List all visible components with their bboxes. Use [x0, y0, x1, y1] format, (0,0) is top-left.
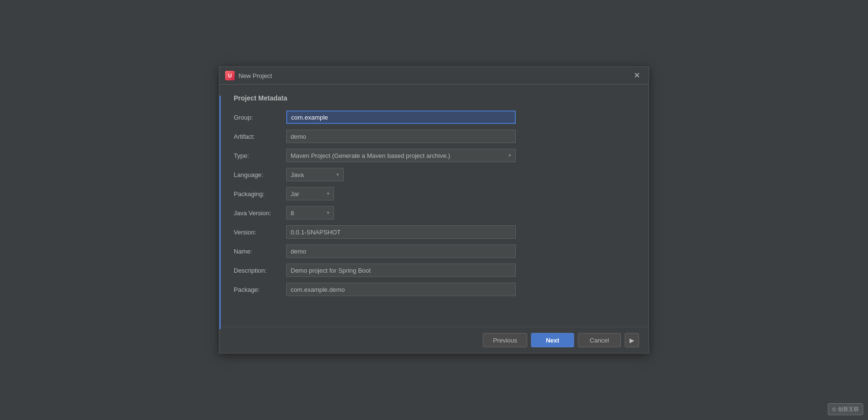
close-button[interactable]: ✕ — [631, 71, 643, 80]
type-select[interactable]: Maven Project (Generate a Maven based pr… — [286, 149, 516, 162]
new-project-dialog: U New Project ✕ Project Metadata Group: … — [219, 66, 649, 354]
package-label: Package: — [234, 286, 286, 293]
watermark-text: 创新互联 — [838, 406, 859, 413]
dialog-footer: Previous Next Cancel ▶ — [219, 327, 649, 353]
description-row: Description: — [234, 264, 634, 277]
dialog-title-left: U New Project — [225, 71, 272, 80]
description-input[interactable] — [286, 264, 516, 277]
artifact-label: Artifact: — [234, 133, 286, 140]
dialog-content: Project Metadata Group: Artifact: Type: … — [219, 85, 649, 327]
group-input[interactable] — [286, 111, 516, 124]
type-label: Type: — [234, 152, 286, 159]
description-label: Description: — [234, 267, 286, 274]
next-button[interactable]: Next — [531, 333, 574, 347]
packaging-label: Packaging: — [234, 190, 286, 198]
java-version-row: Java Version: 8 11 17 21 — [234, 206, 634, 220]
language-select-wrapper: Java Kotlin Groovy — [286, 168, 344, 181]
packaging-select-wrapper: Jar War — [286, 187, 334, 200]
name-row: Name: — [234, 244, 634, 258]
package-input[interactable] — [286, 283, 516, 296]
dialog-title: New Project — [239, 72, 272, 79]
watermark: © 创新互联 — [828, 403, 863, 415]
language-row: Language: Java Kotlin Groovy — [234, 168, 634, 181]
language-label: Language: — [234, 171, 286, 178]
intellij-icon: U — [225, 71, 235, 80]
java-version-select[interactable]: 8 11 17 21 — [286, 206, 334, 220]
cancel-button[interactable]: Cancel — [578, 333, 621, 347]
type-row: Type: Maven Project (Generate a Maven ba… — [234, 149, 634, 162]
version-input[interactable] — [286, 225, 516, 239]
watermark-icon: © — [832, 407, 836, 412]
previous-button[interactable]: Previous — [483, 333, 527, 347]
java-version-select-wrapper: 8 11 17 21 — [286, 206, 334, 220]
group-row: Group: — [234, 111, 634, 124]
java-version-label: Java Version: — [234, 210, 286, 217]
section-title: Project Metadata — [234, 94, 634, 102]
version-label: Version: — [234, 229, 286, 236]
dialog-title-bar: U New Project ✕ — [219, 67, 649, 85]
artifact-row: Artifact: — [234, 130, 634, 143]
group-label: Group: — [234, 114, 286, 121]
name-input[interactable] — [286, 244, 516, 258]
packaging-select[interactable]: Jar War — [286, 187, 334, 200]
version-row: Version: — [234, 225, 634, 239]
artifact-input[interactable] — [286, 130, 516, 143]
packaging-row: Packaging: Jar War — [234, 187, 634, 200]
name-label: Name: — [234, 248, 286, 255]
language-select[interactable]: Java Kotlin Groovy — [286, 168, 344, 181]
package-row: Package: — [234, 283, 634, 296]
left-accent-bar — [219, 96, 221, 329]
more-button[interactable]: ▶ — [625, 333, 639, 347]
type-select-wrapper: Maven Project (Generate a Maven based pr… — [286, 149, 516, 162]
more-icon: ▶ — [629, 337, 634, 344]
